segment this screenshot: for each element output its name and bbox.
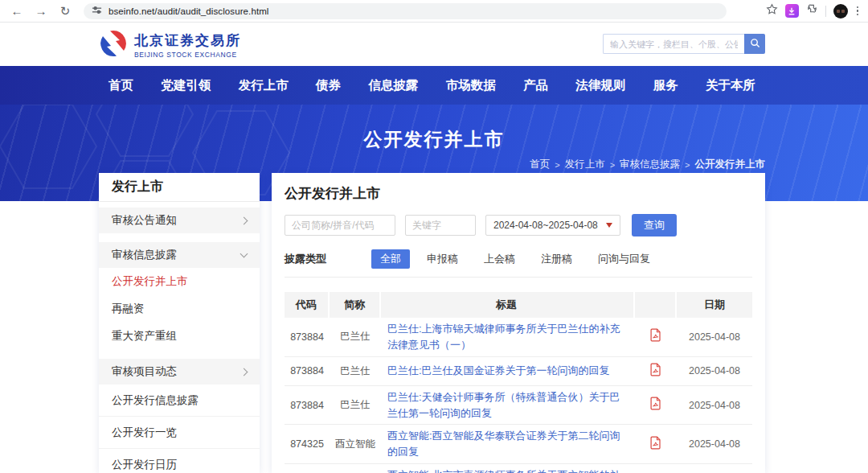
breadcrumb-item[interactable]: 公开发行并上市 — [695, 158, 766, 171]
cell-name: 巴兰仕 — [330, 330, 381, 343]
cell-name: 巴兰仕 — [330, 398, 381, 412]
main-content: 公开发行并上市 2024-04-08~2025-04-08 查询 披露类型 全部… — [272, 173, 765, 473]
page-title: 公开发行并上市 — [285, 184, 752, 203]
sidebar-item[interactable]: 审核信息披露 — [99, 242, 260, 268]
tab-问询与回复[interactable]: 问询与回复 — [589, 249, 659, 269]
nav-item-9[interactable]: 服务 — [653, 77, 678, 94]
header-code: 代码 — [285, 292, 330, 318]
cell-title: 酉立智能:北京市嘉源律师事务所关于酉立智能的补充法律意见书（二） — [381, 467, 635, 473]
pdf-icon[interactable] — [649, 397, 662, 413]
filter-bar: 2024-04-08~2025-04-08 查询 — [285, 214, 752, 236]
extensions-puzzle-icon[interactable] — [806, 3, 818, 19]
forward-button[interactable]: → — [32, 2, 50, 20]
bse-logo[interactable]: 北京证券交易所 BEIJING STOCK EXCHANGE — [99, 29, 241, 61]
date-range-value: 2024-04-08~2025-04-08 — [493, 220, 598, 231]
nav-item-3[interactable]: 发行上市 — [239, 77, 289, 94]
pdf-icon[interactable] — [649, 328, 662, 345]
header-pdf — [635, 292, 677, 318]
chevron-right-icon — [240, 216, 248, 224]
cell-pdf — [635, 397, 677, 413]
nav-item-10[interactable]: 关于本所 — [706, 77, 755, 94]
breadcrumb-item[interactable]: 审核信息披露 — [620, 158, 680, 171]
sidebar-item-label: 审核公告通知 — [112, 213, 177, 228]
tab-全部[interactable]: 全部 — [371, 249, 410, 269]
profile-avatar[interactable] — [833, 4, 848, 19]
nav-item-5[interactable]: 信息披露 — [368, 77, 418, 94]
reload-button[interactable]: ↻ — [56, 2, 74, 20]
logo-title: 北京证券交易所 — [134, 31, 241, 50]
disclosure-type-row: 披露类型 全部申报稿上会稿注册稿问询与回复 — [285, 249, 752, 278]
bookmark-star-icon[interactable] — [766, 3, 778, 19]
document-link[interactable]: 酉立智能:酉立智能及华泰联合证券关于第二轮问询的回复 — [387, 430, 620, 458]
sidebar-item[interactable]: 公开发行并上市 — [99, 268, 260, 295]
cell-pdf — [635, 436, 677, 453]
nav-item-7[interactable]: 产品 — [523, 77, 548, 94]
breadcrumb-separator: > — [610, 160, 615, 170]
back-button[interactable]: ← — [8, 2, 26, 20]
logo-subtitle: BEIJING STOCK EXCHANGE — [134, 51, 241, 59]
nav-item-8[interactable]: 法律规则 — [575, 77, 625, 94]
nav-item-6[interactable]: 市场数据 — [446, 77, 496, 94]
sidebar-item-label: 公开发行日历 — [112, 458, 177, 472]
company-input[interactable] — [285, 215, 395, 236]
disclosure-table: 代码 简称 标题 日期 873884巴兰仕巴兰仕:上海市锦天城律师事务所关于巴兰… — [285, 292, 752, 473]
toolbar-divider — [825, 6, 826, 17]
cell-title: 酉立智能:酉立智能及华泰联合证券关于第二轮问询的回复 — [381, 428, 635, 460]
sidebar-item-label: 公开发行并上市 — [112, 274, 188, 289]
dropdown-arrow-icon — [606, 223, 612, 228]
sidebar-item[interactable]: 公开发行一览 — [99, 417, 260, 449]
date-range-select[interactable]: 2024-04-08~2025-04-08 — [485, 215, 620, 236]
search-icon — [750, 38, 760, 51]
sidebar-item[interactable]: 审核项目动态 — [99, 359, 260, 385]
pdf-icon[interactable] — [649, 436, 662, 453]
sidebar-item[interactable]: 重大资产重组 — [99, 323, 260, 350]
sidebar-item[interactable]: 公开发行日历 — [99, 449, 260, 473]
query-button[interactable]: 查询 — [632, 214, 677, 236]
document-link[interactable]: 巴兰仕:上海市锦天城律师事务所关于巴兰仕的补充法律意见书（一） — [387, 323, 620, 351]
sidebar-item-label: 再融资 — [112, 302, 145, 316]
chevron-right-icon — [240, 368, 248, 376]
download-extension-icon[interactable] — [785, 4, 799, 18]
document-link[interactable]: 巴兰仕:巴兰仕及国金证券关于第一轮问询的回复 — [387, 364, 610, 376]
nav-item-1[interactable]: 首页 — [108, 77, 133, 94]
sidebar-item-label: 公开发行一览 — [112, 426, 177, 440]
nav-item-4[interactable]: 债券 — [316, 77, 341, 94]
header-search — [603, 34, 765, 54]
browser-window: ← → ↻ bseinfo.net/audit/audit_disclosure… — [0, 0, 868, 473]
nav-item-2[interactable]: 党建引领 — [161, 77, 211, 94]
cell-title: 巴兰仕:天健会计师事务所（特殊普通合伙）关于巴兰仕第一轮问询的回复 — [381, 389, 635, 422]
document-link[interactable]: 酉立智能:北京市嘉源律师事务所关于酉立智能的补充法律意见书（二） — [387, 469, 620, 473]
sidebar-item-label: 重大资产重组 — [112, 329, 177, 343]
tab-上会稿[interactable]: 上会稿 — [475, 249, 524, 269]
sidebar-item[interactable]: 公开发行信息披露 — [99, 385, 260, 417]
browser-menu-icon[interactable] — [855, 5, 861, 18]
cell-title: 巴兰仕:上海市锦天城律师事务所关于巴兰仕的补充法律意见书（一） — [381, 321, 635, 353]
breadcrumb-item[interactable]: 发行上市 — [565, 158, 605, 171]
cell-name: 酉立智能 — [330, 438, 381, 451]
bse-logo-mark-icon — [99, 29, 128, 61]
site-settings-icon[interactable] — [92, 4, 102, 19]
disclosure-type-tabs: 全部申报稿上会稿注册稿问询与回复 — [371, 249, 659, 269]
cell-date: 2025-04-08 — [677, 331, 752, 343]
table-header: 代码 简称 标题 日期 — [285, 292, 752, 318]
header-search-input[interactable] — [603, 34, 744, 54]
tab-注册稿[interactable]: 注册稿 — [532, 249, 581, 269]
table-row: 874325酉立智能酉立智能:北京市嘉源律师事务所关于酉立智能的补充法律意见书（… — [285, 464, 752, 473]
breadcrumb-item[interactable]: 首页 — [530, 158, 550, 171]
sidebar-item[interactable]: 审核公告通知 — [99, 208, 260, 233]
breadcrumb: 首页>发行上市>审核信息披露>公开发行并上市 — [530, 158, 765, 171]
cell-code: 873884 — [285, 331, 330, 343]
pdf-icon[interactable] — [649, 363, 662, 380]
browser-toolbar: ← → ↻ bseinfo.net/audit/audit_disclosure… — [0, 0, 868, 23]
document-link[interactable]: 巴兰仕:天健会计师事务所（特殊普通合伙）关于巴兰仕第一轮问询的回复 — [387, 391, 620, 419]
tab-申报稿[interactable]: 申报稿 — [418, 249, 467, 269]
header-search-button[interactable] — [744, 34, 765, 54]
cell-code: 873884 — [285, 400, 330, 411]
address-bar[interactable]: bseinfo.net/audit/audit_disclosure.html — [84, 3, 727, 19]
sidebar-item[interactable]: 再融资 — [99, 295, 260, 323]
keyword-input[interactable] — [405, 215, 476, 236]
cell-code: 873884 — [285, 365, 330, 376]
cell-date: 2025-04-08 — [677, 400, 752, 411]
table-row: 873884巴兰仕巴兰仕:巴兰仕及国金证券关于第一轮问询的回复 2025-04-… — [285, 357, 752, 386]
sidebar-item-label: 公开发行信息披露 — [112, 393, 199, 408]
